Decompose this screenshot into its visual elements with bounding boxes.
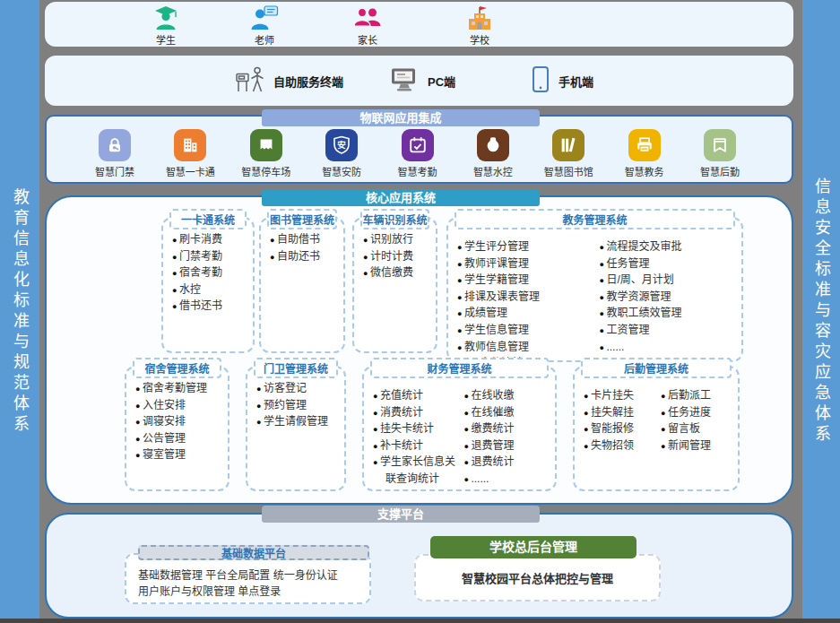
terminal-label: 手机端 [559,73,593,90]
support-platform-banner: 支撑平台 [262,506,540,523]
iot-app-item: 智慧门禁 [82,129,147,178]
bookmark-icon [704,129,736,161]
system-items: 充值统计消费统计挂失卡统计补卡统计学生家长信息关联查询统计在线收缴在线催缴缴费统… [364,368,555,489]
system-item: 挂失解挂 [584,404,657,421]
system-item: 退费统计 [464,454,552,471]
iot-app-item: 智慧水控 [461,129,525,178]
system-box: 财务管理系统充值统计消费统计挂失卡统计补卡统计学生家长信息关联查询统计在线收缴在… [362,366,557,491]
left-standards-sidebar: 教育信息化标准与规范体系 [0,0,39,623]
support-platform-panel: 支撑平台 基础数据平台 基础数据管理 平台全局配置 统一身份认证 用户账户与权限… [45,513,793,619]
system-item: 失物招领 [584,437,657,454]
core-applications-panel: 核心应用系统 一卡通系统刷卡消费门禁考勤宿舍考勤水控借书还书图书管理系统自助借书… [45,195,793,505]
iot-app-label: 智慧一卡通 [166,164,215,178]
base-data-line-1: 基础数据管理 平台全局配置 统一身份认证 [138,567,369,584]
iot-app-item: 智慧一卡通 [158,129,222,178]
iot-app-item: 智慧考勤 [385,129,450,178]
terminal-item: 自助服务终端 [235,66,343,96]
core-applications-banner: 核心应用系统 [262,189,540,206]
iot-app-label: 智慧门禁 [95,164,134,178]
base-data-line-2: 用户账户与权限管理 单点登录 [138,584,369,600]
system-item: 留言板 [661,420,734,437]
users-panel: 学生老师家长学校 [45,2,793,47]
system-items: 访客登记预约管理学生请假管理 [247,368,344,489]
system-item: 挂失卡统计 [373,420,461,437]
system-item: 调寝安排 [135,413,224,430]
right-sidebar-label: 信息安全标准与容灾应急体系 [813,177,829,446]
user-label: 学校 [470,32,489,47]
system-box: 门卫管理系统访客登记预约管理学生请假管理 [246,366,346,491]
shield-icon: 安 [325,129,358,161]
school-backend-admin-text: 智慧校园平台总体把控与管理 [462,569,613,586]
lock-icon [99,129,131,161]
books-icon [552,129,585,161]
terminal-label: PC端 [428,73,455,90]
system-item: 消费统计 [373,404,461,421]
parking-icon [250,129,282,161]
right-security-sidebar: 信息安全标准与容灾应急体系 [802,0,840,623]
system-item: 在线催缴 [464,404,552,421]
user-label: 家长 [358,32,377,47]
user-label: 学生 [156,32,176,47]
system-title: 财务管理系统 [370,358,549,378]
system-item: 访客登记 [256,380,341,397]
system-item: 后勤派工 [661,387,734,404]
system-item: 智能报修 [584,420,657,437]
school-icon [465,5,494,30]
iot-app-item: 安智慧安防 [309,129,374,178]
iot-app-item: 智慧后勤 [688,129,752,178]
system-box: 后勤管理系统卡片挂失挂失解挂智能报修失物招领后勤派工任务进度留言板新闻管理 [573,366,740,491]
iot-integration-banner: 物联网应用集成 [262,109,540,126]
school-backend-admin-box: 智慧校园平台总体把控与管理 [414,554,661,601]
terminals-panel: 自助服务终端PC端手机端 [45,56,793,106]
system-items: 宿舍考勤管理入住安排调寝安排公告管理寝室管理 [126,368,228,489]
system-item: 退费管理 [464,437,552,454]
left-sidebar-label: 教育信息化标准与规范体系 [12,188,28,436]
system-item: 学生家长信息关联查询统计 [373,454,461,487]
system-title: 门卫管理系统 [254,358,338,378]
calendar-icon [402,129,434,161]
system-item: 在线收缴 [464,387,552,404]
pc-icon [389,67,420,95]
iot-integration-panel: 物联网应用集成 智慧门禁智慧一卡通智慧停车场安智慧安防智慧考勤智慧水控智慧图书馆… [45,115,793,184]
system-item: 寝室管理 [135,446,224,463]
system-item: 新闻管理 [661,437,734,454]
system-item: 充值统计 [373,387,461,404]
iot-app-label: 智慧考勤 [398,164,437,178]
iot-app-label: 智慧后勤 [700,164,740,178]
terminal-item: 手机端 [531,66,593,96]
user-item: 家长 [339,5,396,47]
iot-app-label: 智慧教务 [625,164,664,178]
kiosk-icon [235,66,265,96]
terminal-label: 自助服务终端 [273,73,343,90]
core-systems-row-2: 宿舍管理系统宿舍考勤管理入住安排调寝安排公告管理寝室管理门卫管理系统访客登记预约… [47,197,792,503]
user-item: 学生 [137,5,195,47]
terminal-item: PC端 [389,67,455,95]
system-item: 补卡统计 [373,437,461,454]
student-icon [152,5,179,30]
system-item: 学生请假管理 [256,413,341,430]
iot-app-item: 智慧图书馆 [536,129,601,178]
system-item: ...... [464,471,552,488]
iot-app-item: 智慧停车场 [234,129,299,178]
iot-app-label: 智慧水控 [473,164,513,178]
system-item: 任务进度 [661,404,734,421]
base-data-platform-title: 基础数据平台 [138,545,369,560]
iot-app-label: 智慧安防 [322,164,361,178]
system-item: 入住安排 [135,397,224,414]
system-item: 预约管理 [256,397,341,414]
system-item: 公告管理 [135,430,224,447]
system-item: 宿舍考勤管理 [135,380,224,397]
user-item: 学校 [451,5,508,47]
parents-icon [353,5,382,30]
water-icon [477,129,509,161]
school-backend-admin-banner: 学校总后台管理 [430,536,636,558]
system-title: 后勤管理系统 [581,358,732,378]
iot-app-item: 智慧教务 [612,129,677,178]
system-item: 缴费统计 [464,420,552,437]
system-item: 卡片挂失 [584,387,657,404]
phone-icon [531,66,550,96]
system-box: 宿舍管理系统宿舍考勤管理入住安排调寝安排公告管理寝室管理 [125,366,229,491]
printer-icon [628,129,661,161]
system-title: 宿舍管理系统 [133,358,221,378]
teacher-icon [250,5,279,30]
